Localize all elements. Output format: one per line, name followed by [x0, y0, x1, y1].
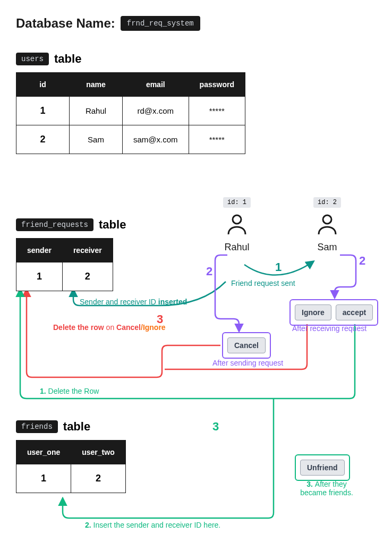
cell-user-one: 1: [16, 464, 71, 493]
table-row: 1 Rahul rd@x.com *****: [16, 97, 245, 125]
accept-button[interactable]: accept: [336, 304, 373, 320]
delete-row-cancel: Cancel: [116, 323, 141, 332]
cell-id: 2: [16, 125, 70, 154]
table-label: table: [54, 52, 81, 66]
user-icon: [224, 212, 250, 238]
cell-password: *****: [189, 125, 245, 154]
cell-email: rd@x.com: [123, 97, 189, 125]
unfriend-button[interactable]: Unfriend: [300, 460, 345, 476]
delete-row-ignore: Ignore: [143, 323, 166, 332]
svg-point-0: [233, 215, 241, 224]
step-1-number: 1: [275, 260, 282, 274]
cell-name: Sam: [70, 125, 123, 154]
cancel-action-group: Cancel: [222, 332, 271, 359]
delete-row-annotation: Delete the row on Cancel/Ignore: [53, 323, 166, 332]
green-insert-text: Insert the sender and receiver ID here.: [93, 521, 221, 529]
friend-requests-table-name: friend_requests: [16, 218, 93, 231]
user-id-badge: id: 2: [313, 197, 341, 208]
db-name-chip: frnd_req_system: [121, 16, 200, 31]
col-user-two: user_two: [71, 441, 125, 464]
friends-table-section: friends table user_one user_two 1 2: [16, 420, 126, 493]
users-table: id name email password 1 Rahul rd@x.com …: [16, 72, 245, 154]
friends-table: user_one user_two 1 2: [16, 440, 126, 493]
col-password: password: [189, 73, 245, 97]
col-id: id: [16, 73, 70, 97]
ignore-button[interactable]: Ignore: [295, 304, 331, 320]
user-icon: [314, 212, 340, 238]
table-header-row: sender receiver: [16, 239, 113, 262]
unfriend-action-group: Unfriend: [295, 454, 350, 481]
green-insert-prefix: 2.: [85, 521, 93, 529]
after-sending-caption: After sending request: [212, 359, 283, 367]
insert-ids-bold: inserted: [158, 298, 187, 306]
ignore-accept-action-group: Ignore accept: [289, 299, 378, 326]
users-table-name: users: [16, 53, 49, 65]
table-label: table: [99, 218, 126, 232]
user-name-label: Sam: [313, 242, 341, 253]
users-table-section: users table id name email password 1 Rah…: [16, 52, 376, 154]
table-label: table: [63, 420, 90, 434]
col-email: email: [123, 73, 189, 97]
table-header-row: user_one user_two: [16, 441, 126, 464]
cell-sender: 1: [16, 262, 63, 291]
col-name: name: [70, 73, 123, 97]
table-row: 1 2: [16, 262, 113, 291]
friend-sent-annotation: Friend request sent: [231, 279, 295, 287]
user-figure-sam: id: 2 Sam: [313, 197, 341, 253]
cell-email: sam@x.com: [123, 125, 189, 154]
user-figure-rahul: id: 1 Rahul: [223, 197, 251, 253]
cell-name: Rahul: [70, 97, 123, 125]
after-receiving-caption: After receiving request: [292, 324, 367, 333]
friends-table-name: friends: [16, 420, 58, 433]
delete-row-mid: on: [104, 323, 116, 332]
page-title: Database Name:: [16, 16, 115, 31]
user-name-label: Rahul: [223, 242, 251, 253]
cell-user-two: 2: [71, 464, 125, 493]
friend-requests-table-section: friend_requests table sender receiver 1 …: [16, 218, 126, 291]
step-2-right-number: 2: [359, 254, 365, 268]
insert-ids-prefix: Sender and receiver ID: [80, 298, 158, 306]
insert-ids-annotation: Sender and receiver ID inserted: [80, 298, 187, 306]
cell-id: 1: [16, 97, 70, 125]
step-3-green-number: 3: [212, 420, 219, 434]
col-receiver: receiver: [62, 239, 113, 262]
table-row: 1 2: [16, 464, 126, 493]
user-id-badge: id: 1: [223, 197, 251, 208]
after-friends-caption: 3. After they became friends.: [295, 480, 359, 497]
table-header-row: id name email password: [16, 73, 245, 97]
friend-requests-table: sender receiver 1 2: [16, 238, 113, 291]
col-sender: sender: [16, 239, 63, 262]
green-delete-text: Delete the Row: [48, 387, 99, 395]
cancel-button[interactable]: Cancel: [227, 337, 266, 353]
svg-point-1: [323, 215, 331, 224]
cell-password: *****: [189, 97, 245, 125]
step-3-prefix: 3.: [306, 480, 315, 488]
delete-row-prefix: Delete the row: [53, 323, 104, 332]
table-row: 2 Sam sam@x.com *****: [16, 125, 245, 154]
green-delete-annotation: 1. Delete the Row: [40, 387, 99, 395]
green-insert-annotation: 2. Insert the sender and receiver ID her…: [85, 521, 220, 529]
col-user-one: user_one: [16, 441, 71, 464]
green-delete-prefix: 1.: [40, 387, 48, 395]
step-2-left-number: 2: [206, 265, 212, 278]
cell-receiver: 2: [62, 262, 113, 291]
